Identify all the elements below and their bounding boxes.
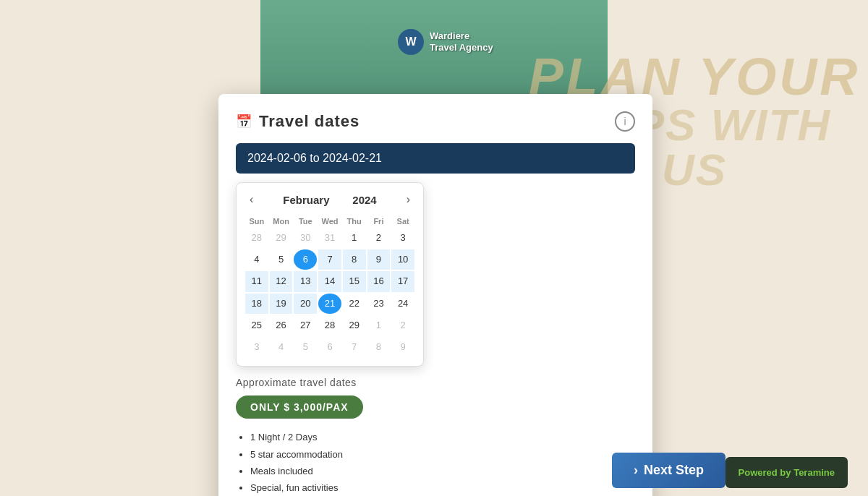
modal-title-row: 📅 Travel dates bbox=[236, 112, 359, 131]
cal-day[interactable]: 18 bbox=[245, 294, 268, 314]
cal-day[interactable]: 29 bbox=[270, 228, 293, 248]
cal-day[interactable]: 23 bbox=[367, 294, 391, 314]
cal-day[interactable]: 9 bbox=[367, 249, 391, 270]
next-step-button[interactable]: › Next Step bbox=[612, 453, 726, 488]
cal-day[interactable]: 14 bbox=[318, 271, 341, 291]
cal-day[interactable]: 25 bbox=[245, 315, 268, 335]
cal-day[interactable]: 13 bbox=[294, 271, 317, 291]
cal-day[interactable]: 3 bbox=[245, 337, 268, 357]
date-input-bar[interactable]: 2024-02-06 to 2024-02-21 bbox=[236, 143, 635, 174]
dow-thu: Thu bbox=[343, 215, 366, 228]
cal-day[interactable]: 2 bbox=[367, 228, 391, 248]
cal-day[interactable]: 19 bbox=[270, 294, 293, 314]
cal-day[interactable]: 27 bbox=[294, 315, 317, 335]
powered-by-button[interactable]: Powered by Teramine bbox=[726, 457, 848, 488]
price-badge: ONLY $ 3,000/PAX bbox=[236, 395, 363, 419]
feature-item: Meals included bbox=[250, 463, 635, 479]
cal-day[interactable]: 4 bbox=[270, 337, 293, 357]
cal-day[interactable]: 22 bbox=[343, 294, 366, 314]
cal-day[interactable]: 1 bbox=[367, 315, 391, 335]
cal-day[interactable]: 21 bbox=[318, 294, 341, 314]
calendar-days: 2829303112345678910111213141516171819202… bbox=[245, 228, 414, 357]
logo-text: Wardiere Travel Agency bbox=[430, 30, 493, 53]
approx-section: Approximate travel dates ONLY $ 3,000/PA… bbox=[236, 377, 635, 496]
calendar-grid: Sun Mon Tue Wed Thu Fri Sat bbox=[245, 215, 414, 228]
dow-sat: Sat bbox=[391, 215, 414, 228]
dow-mon: Mon bbox=[270, 215, 293, 228]
feature-item: 5 star accommodation bbox=[250, 446, 635, 463]
cal-day[interactable]: 20 bbox=[294, 294, 317, 314]
feature-item: Special, fun activities bbox=[250, 479, 635, 496]
features-list: 1 Night / 2 Days5 star accommodationMeal… bbox=[236, 429, 635, 496]
cal-day[interactable]: 6 bbox=[318, 337, 341, 357]
next-month-button[interactable]: › bbox=[402, 192, 414, 208]
cal-day[interactable]: 7 bbox=[343, 337, 366, 357]
cal-day[interactable]: 26 bbox=[270, 315, 293, 335]
cal-day[interactable]: 11 bbox=[245, 271, 268, 291]
cal-day[interactable]: 7 bbox=[318, 249, 341, 270]
cal-day[interactable]: 3 bbox=[391, 228, 414, 248]
cal-day[interactable]: 5 bbox=[294, 337, 317, 357]
powered-prefix: Powered by bbox=[739, 467, 791, 478]
feature-item: 1 Night / 2 Days bbox=[250, 429, 635, 445]
cal-day[interactable]: 16 bbox=[367, 271, 391, 291]
cal-day[interactable]: 8 bbox=[343, 249, 366, 270]
cal-day[interactable]: 31 bbox=[318, 228, 341, 248]
dow-tue: Tue bbox=[294, 215, 317, 228]
logo-icon: W bbox=[398, 29, 424, 55]
cal-day[interactable]: 28 bbox=[245, 228, 268, 248]
cal-day[interactable]: 12 bbox=[270, 271, 293, 291]
calendar-icon: 📅 bbox=[236, 114, 252, 129]
cal-day[interactable]: 30 bbox=[294, 228, 317, 248]
modal-header: 📅 Travel dates i bbox=[236, 111, 635, 132]
dow-sun: Sun bbox=[245, 215, 268, 228]
approx-label: Approximate travel dates bbox=[236, 377, 635, 388]
next-step-arrow: › bbox=[634, 463, 638, 478]
cal-day[interactable]: 5 bbox=[270, 249, 293, 270]
month-year-display: January February March April May June Ju… bbox=[283, 194, 376, 206]
cal-day[interactable]: 6 bbox=[294, 249, 317, 270]
month-select[interactable]: January February March April May June Ju… bbox=[283, 194, 348, 206]
year-display: 2024 bbox=[352, 194, 376, 206]
logo-area: W Wardiere Travel Agency bbox=[398, 29, 493, 55]
cal-day[interactable]: 1 bbox=[343, 228, 366, 248]
calendar-header: ‹ January February March April May June … bbox=[245, 192, 414, 208]
cal-day[interactable]: 24 bbox=[391, 294, 414, 314]
cal-day[interactable]: 17 bbox=[391, 271, 414, 291]
prev-month-button[interactable]: ‹ bbox=[245, 192, 258, 208]
dow-fri: Fri bbox=[367, 215, 391, 228]
next-step-label: Next Step bbox=[644, 463, 704, 478]
modal-card: 📅 Travel dates i 2024-02-06 to 2024-02-2… bbox=[218, 94, 652, 496]
cal-day[interactable]: 10 bbox=[391, 249, 414, 270]
cal-day[interactable]: 15 bbox=[343, 271, 366, 291]
info-icon-button[interactable]: i bbox=[615, 111, 635, 132]
dow-wed: Wed bbox=[318, 215, 341, 228]
powered-brand: Teramine bbox=[793, 467, 835, 478]
cal-day[interactable]: 9 bbox=[391, 337, 414, 357]
cal-day[interactable]: 4 bbox=[245, 249, 268, 270]
cal-day[interactable]: 8 bbox=[367, 337, 391, 357]
modal-title: Travel dates bbox=[259, 112, 359, 131]
cal-day[interactable]: 28 bbox=[318, 315, 341, 335]
cal-day[interactable]: 29 bbox=[343, 315, 366, 335]
cal-day[interactable]: 2 bbox=[391, 315, 414, 335]
calendar-popup: ‹ January February March April May June … bbox=[236, 182, 424, 367]
